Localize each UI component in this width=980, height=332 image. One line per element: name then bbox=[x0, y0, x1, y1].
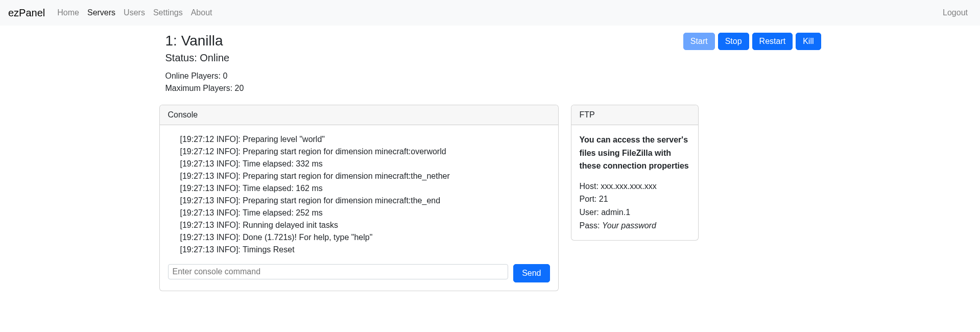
kill-button[interactable]: Kill bbox=[796, 33, 821, 50]
online-players: Online Players: 0 bbox=[165, 70, 244, 82]
logout-link[interactable]: Logout bbox=[939, 4, 972, 21]
console-input[interactable] bbox=[168, 264, 509, 279]
console-line: [19:27:13 INFO]: Timings Reset bbox=[180, 244, 538, 256]
console-line: [19:27:13 INFO]: Time elapsed: 162 ms bbox=[180, 182, 538, 195]
console-line: [19:27:13 INFO]: Running delayed init ta… bbox=[180, 219, 538, 231]
console-line: [19:27:12 INFO]: Preparing start region … bbox=[180, 146, 538, 158]
ftp-host: Host: xxx.xxx.xxx.xxx bbox=[580, 180, 690, 193]
max-players: Maximum Players: 20 bbox=[165, 82, 244, 94]
navbar-left: ezPanel HomeServersUsersSettingsAbout bbox=[8, 7, 217, 19]
send-button[interactable]: Send bbox=[513, 264, 549, 282]
console-card: Console [19:27:12 INFO]: Paper: Using Op… bbox=[159, 105, 559, 291]
brand[interactable]: ezPanel bbox=[8, 7, 53, 19]
restart-button[interactable]: Restart bbox=[752, 33, 793, 50]
console-line: [19:27:13 INFO]: Time elapsed: 252 ms bbox=[180, 207, 538, 219]
nav-link-home[interactable]: Home bbox=[53, 4, 83, 21]
nav-link-users[interactable]: Users bbox=[119, 4, 149, 21]
ftp-card: FTP You can access the server's files us… bbox=[571, 105, 699, 241]
navbar: ezPanel HomeServersUsersSettingsAbout Lo… bbox=[0, 0, 980, 26]
server-status: Status: Online bbox=[165, 52, 244, 64]
ftp-port: Port: 21 bbox=[580, 193, 690, 206]
server-info: 1: Vanilla Status: Online Online Players… bbox=[159, 33, 244, 94]
start-button[interactable]: Start bbox=[683, 33, 715, 50]
server-controls: Start Stop Restart Kill bbox=[683, 33, 821, 50]
ftp-header: FTP bbox=[571, 105, 698, 125]
console-line: [19:27:12 INFO]: Preparing level "world" bbox=[180, 133, 538, 146]
stop-button[interactable]: Stop bbox=[718, 33, 749, 50]
console-line: [19:27:13 INFO]: Time elapsed: 332 ms bbox=[180, 158, 538, 170]
nav-link-settings[interactable]: Settings bbox=[149, 4, 187, 21]
ftp-pass: Pass: Your password bbox=[580, 219, 690, 232]
console-line: [19:27:13 INFO]: Done (1.721s)! For help… bbox=[180, 231, 538, 244]
ftp-heading: You can access the server's files using … bbox=[580, 133, 690, 173]
console-line: [19:27:13 INFO]: Preparing start region … bbox=[180, 195, 538, 207]
console-output[interactable]: [19:27:12 INFO]: Paper: Using OpenSSL 1.… bbox=[168, 133, 550, 256]
console-header: Console bbox=[160, 105, 558, 125]
nav-link-about[interactable]: About bbox=[187, 4, 217, 21]
nav-link-servers[interactable]: Servers bbox=[83, 4, 119, 21]
server-title: 1: Vanilla bbox=[165, 33, 244, 49]
console-line: [19:27:13 INFO]: Preparing start region … bbox=[180, 170, 538, 182]
ftp-user: User: admin.1 bbox=[580, 206, 690, 219]
